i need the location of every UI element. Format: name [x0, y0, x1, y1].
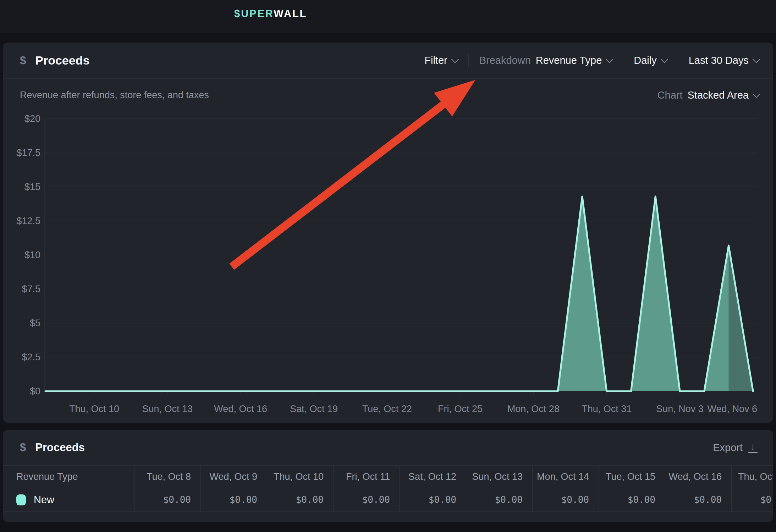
column-header-label: Wed, Oct 9 [209, 471, 257, 482]
column-header-label: Tue, Oct 8 [147, 471, 191, 482]
column-header-label: Revenue Type [16, 471, 78, 482]
table-value: $0.00 [296, 494, 324, 505]
top-nav-bar: $UPERWALL [0, 0, 776, 33]
column-header-date: Wed, Oct 9 [200, 466, 267, 488]
table-value-cell: $0.00 [665, 488, 731, 511]
table-value: $0.00 [628, 494, 655, 505]
stacked-area-chart[interactable] [3, 43, 773, 423]
superwall-logo[interactable]: $UPERWALL [234, 8, 307, 20]
table-value: $0.00 [163, 494, 191, 505]
column-header-date: Mon, Oct 14 [532, 466, 599, 488]
column-header-label: Sat, Oct 12 [408, 471, 456, 482]
column-header-date: Thu, Oct 17 [731, 466, 773, 488]
proceeds-table-panel: $ Proceeds Export ↓ Revenue TypeTue, Oct… [3, 430, 773, 522]
column-header-date: Fri, Oct 11 [333, 466, 400, 488]
column-header-date: Tue, Oct 15 [599, 466, 665, 488]
x-tick-label: Wed, Nov 6 [672, 403, 757, 415]
x-tick-label: Tue, Oct 22 [345, 403, 430, 415]
column-header-label: Thu, Oct 10 [274, 471, 324, 482]
table-value: $0.00 [760, 494, 773, 505]
row-label-cell: New [3, 488, 134, 511]
y-tick-label: $2.5 [5, 351, 40, 363]
x-tick-label: Thu, Oct 10 [52, 403, 137, 415]
table-value: $0.00 [230, 494, 257, 505]
x-tick-label: Thu, Oct 31 [564, 403, 649, 415]
proceeds-chart-panel: $ Proceeds Filter Breakdown Revenue Type… [3, 43, 773, 423]
table-value-cell: $0.00 [267, 488, 333, 511]
logo-white-text: WALL [274, 8, 307, 19]
table-value: $0.00 [495, 494, 523, 505]
series-color-swatch [16, 494, 26, 505]
table-value-cell: $0.00 [466, 488, 532, 511]
dollar-icon: $ [20, 441, 26, 454]
column-header-label: Mon, Oct 14 [537, 471, 589, 482]
y-tick-label: $12.5 [5, 215, 40, 227]
y-tick-label: $5 [5, 317, 40, 329]
export-button[interactable]: Export ↓ [713, 442, 758, 454]
table-value-cell: $0.00 [200, 488, 267, 511]
table-title: Proceeds [35, 441, 85, 454]
column-header-date: Sun, Oct 13 [466, 466, 532, 488]
column-header-date: Wed, Oct 16 [665, 466, 731, 488]
table-row: New$0.00$0.00$0.00$0.00$0.00$0.00$0.00$0… [3, 488, 773, 512]
column-header-label: Wed, Oct 16 [668, 471, 722, 482]
column-header-date: Thu, Oct 10 [267, 466, 333, 488]
table-panel-header: $ Proceeds Export ↓ [3, 430, 773, 465]
download-icon: ↓ [748, 442, 758, 453]
y-tick-label: $20 [5, 113, 40, 125]
x-tick-label: Wed, Oct 16 [198, 403, 283, 415]
x-tick-label: Fri, Oct 25 [418, 403, 503, 415]
table-value-cell: $0.00 [400, 488, 466, 511]
table-value-cell: $0.00 [532, 488, 599, 511]
table-value: $0.00 [429, 494, 456, 505]
column-header-label: Tue, Oct 15 [606, 471, 655, 482]
x-tick-label: Sat, Oct 19 [271, 403, 356, 415]
table-value-cell: $0.00 [333, 488, 400, 511]
column-header-label: Thu, Oct 17 [738, 471, 773, 482]
x-tick-label: Sun, Oct 13 [125, 403, 210, 415]
logo-teal-text: $UPER [234, 8, 274, 19]
table-value-cell: $0.00 [599, 488, 665, 511]
table-header-row: Revenue TypeTue, Oct 8Wed, Oct 9Thu, Oct… [3, 465, 773, 488]
column-header-label: Fri, Oct 11 [346, 471, 390, 482]
y-tick-label: $7.5 [5, 283, 40, 295]
row-label: New [34, 494, 54, 506]
y-tick-label: $17.5 [5, 147, 40, 159]
column-header-revenue-type: Revenue Type [3, 466, 134, 488]
x-tick-label: Mon, Oct 28 [491, 403, 576, 415]
y-tick-label: $10 [5, 249, 40, 261]
table-value: $0.00 [362, 494, 390, 505]
column-header-date: Tue, Oct 8 [134, 466, 200, 488]
export-label: Export [713, 442, 743, 454]
table-value: $0.00 [694, 494, 722, 505]
table-value: $0.00 [561, 494, 589, 505]
y-tick-label: $0 [5, 385, 40, 397]
column-header-date: Sat, Oct 12 [400, 466, 466, 488]
y-tick-label: $15 [5, 181, 40, 193]
table-value-cell: $0.00 [731, 488, 773, 511]
column-header-label: Sun, Oct 13 [472, 471, 523, 482]
table-value-cell: $0.00 [134, 488, 200, 511]
